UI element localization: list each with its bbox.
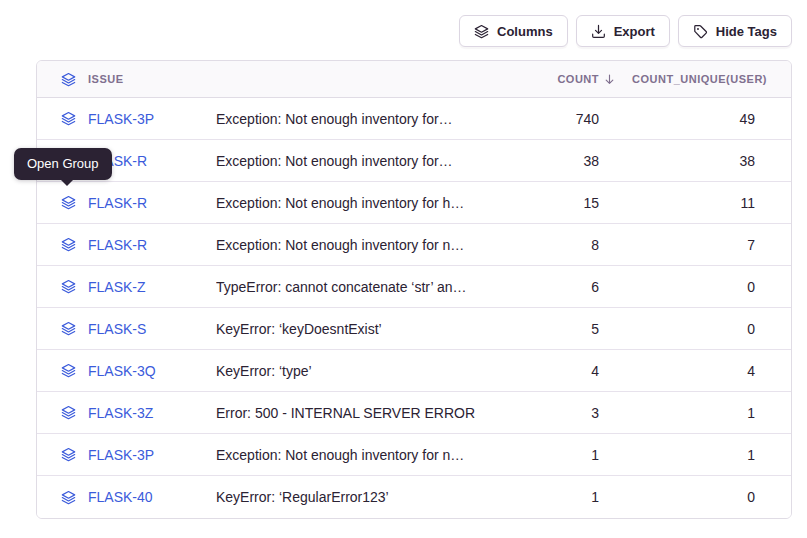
tag-icon [693,24,708,39]
issue-group-layers-icon[interactable] [61,237,76,252]
count-value: 15 [499,195,599,211]
issue-title: Exception: Not enough inventory for… [216,153,499,169]
issue-group-layers-icon[interactable] [61,405,76,420]
issue-link[interactable]: FLASK-3Z [88,405,153,421]
count-value: 4 [499,363,599,379]
table-row: FLASK-S KeyError: ‘keyDoesntExist’ 5 0 [37,308,791,350]
issue-group-layers-icon[interactable] [61,111,76,126]
hide-tags-button-label: Hide Tags [716,24,777,39]
count-unique-value: 11 [599,195,767,211]
table-row: FLASK-3Q KeyError: ‘type’ 4 4 [37,350,791,392]
table-row: FLASK-40 KeyError: ‘RegularError123’ 1 0 [37,476,791,518]
count-value: 8 [499,237,599,253]
export-button-label: Export [614,24,655,39]
table-row: FLASK-R Exception: Not enough inventory … [37,224,791,266]
issue-title: Exception: Not enough inventory for h… [216,195,499,211]
table-row: FLASK-R Exception: Not enough inventory … [37,182,791,224]
issues-table: ISSUE COUNT COUNT_UNIQUE(USER) FLASK-3P … [36,60,792,519]
download-icon [591,24,606,39]
count-value: 5 [499,321,599,337]
open-group-tooltip: Open Group [14,148,112,180]
count-unique-column-header[interactable]: COUNT_UNIQUE(USER) [599,73,767,85]
table-row: FLASK-3Z Error: 500 - INTERNAL SERVER ER… [37,392,791,434]
layers-icon [474,24,489,39]
issue-link[interactable]: FLASK-40 [88,489,153,505]
count-value: 6 [499,279,599,295]
count-unique-value: 1 [599,405,767,421]
count-column-header[interactable]: COUNT [499,73,599,86]
issue-title: KeyError: ‘RegularError123’ [216,489,499,505]
count-value: 740 [499,111,599,127]
hide-tags-button[interactable]: Hide Tags [678,15,792,47]
issue-title: KeyError: ‘type’ [216,363,499,379]
issue-column-header[interactable]: ISSUE [88,73,124,85]
issue-link[interactable]: FLASK-R [88,237,147,253]
table-body: FLASK-3P Exception: Not enough inventory… [37,98,791,518]
issue-title: Exception: Not enough inventory for n… [216,447,499,463]
issue-title: Error: 500 - INTERNAL SERVER ERROR [216,405,499,421]
count-unique-value: 0 [599,489,767,505]
issue-link[interactable]: FLASK-Z [88,279,146,295]
count-value: 1 [499,489,599,505]
table-row: FLASK-R Exception: Not enough inventory … [37,140,791,182]
issue-link[interactable]: FLASK-S [88,321,146,337]
issue-group-layers-icon[interactable] [61,279,76,294]
count-unique-value: 0 [599,321,767,337]
issue-link[interactable]: FLASK-R [88,195,147,211]
count-unique-value: 49 [599,111,767,127]
issue-group-layers-icon[interactable] [61,490,76,505]
issue-link[interactable]: FLASK-3Q [88,363,156,379]
issue-link[interactable]: FLASK-3P [88,111,154,127]
count-unique-value: 0 [599,279,767,295]
toolbar: Columns Export Hide Tags [459,15,792,47]
columns-button[interactable]: Columns [459,15,568,47]
issue-group-layers-icon[interactable] [61,447,76,462]
issue-title: TypeError: cannot concatenate ‘str’ an… [216,279,499,295]
count-unique-value: 4 [599,363,767,379]
table-row: FLASK-3P Exception: Not enough inventory… [37,98,791,140]
count-value: 1 [499,447,599,463]
issue-column-layers-icon [61,72,76,87]
count-unique-value: 1 [599,447,767,463]
table-header: ISSUE COUNT COUNT_UNIQUE(USER) [37,61,791,98]
count-value: 3 [499,405,599,421]
count-unique-value: 38 [599,153,767,169]
columns-button-label: Columns [497,24,553,39]
issue-title: KeyError: ‘keyDoesntExist’ [216,321,499,337]
issue-link[interactable]: FLASK-3P [88,447,154,463]
issue-title: Exception: Not enough inventory for… [216,111,499,127]
export-button[interactable]: Export [576,15,670,47]
table-row: FLASK-Z TypeError: cannot concatenate ‘s… [37,266,791,308]
issue-group-layers-icon[interactable] [61,321,76,336]
count-value: 38 [499,153,599,169]
count-unique-value: 7 [599,237,767,253]
issue-group-layers-icon[interactable] [61,195,76,210]
table-row: FLASK-3P Exception: Not enough inventory… [37,434,791,476]
issue-group-layers-icon[interactable] [61,363,76,378]
issue-title: Exception: Not enough inventory for n… [216,237,499,253]
